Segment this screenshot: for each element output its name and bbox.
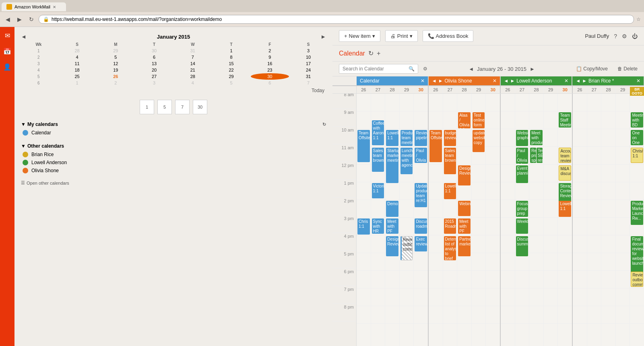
slot[interactable] [414, 288, 428, 306]
slot[interactable] [515, 111, 529, 129]
slot[interactable] [371, 306, 385, 324]
slot[interactable] [486, 306, 500, 324]
cal-day[interactable]: 9 [251, 54, 289, 60]
slot[interactable] [486, 182, 500, 200]
slot[interactable] [457, 147, 471, 165]
slot[interactable] [429, 235, 443, 253]
slot[interactable] [573, 182, 587, 200]
slot[interactable] [457, 129, 471, 147]
slot[interactable] [357, 235, 371, 253]
cal-day[interactable]: 14 [173, 60, 212, 67]
event-event-planning[interactable]: Event planning [516, 165, 528, 183]
power-icon[interactable]: ⏻ [632, 33, 638, 39]
slot[interactable] [601, 271, 615, 288]
cal-day[interactable]: 3 [289, 47, 328, 54]
slot[interactable] [414, 271, 428, 288]
cal-add-icon[interactable]: + [377, 50, 380, 57]
slot[interactable]: Review pipeline [414, 129, 428, 147]
slot[interactable] [501, 111, 515, 129]
slot[interactable] [573, 288, 587, 306]
cal-day[interactable]: 30 [135, 47, 173, 54]
slot[interactable] [429, 218, 443, 235]
slot[interactable]: Webinars [457, 200, 471, 218]
slot[interactable] [529, 165, 543, 182]
copy-move-btn[interactable]: 📋 Copy/Move [576, 66, 608, 72]
event-accounting-review[interactable]: Accounting team review [559, 148, 571, 163]
slot[interactable] [544, 288, 558, 306]
slot[interactable] [371, 235, 385, 253]
slot[interactable]: Meet with product team [529, 129, 543, 147]
event-meet-pf[interactable]: Meet with PF [386, 218, 398, 234]
slot[interactable]: Paul / Olivia 1:1 [414, 147, 428, 165]
event-review-pipeline[interactable]: Review pipeline [415, 130, 427, 146]
tab-close-icon[interactable]: ✕ [53, 5, 56, 9]
slot[interactable] [544, 165, 558, 182]
cal-day[interactable]: 20 [135, 67, 173, 73]
slot[interactable]: Review outbound communicatio... [630, 271, 644, 288]
slot[interactable]: Paul / Olivia 1:1 [515, 147, 529, 165]
slot[interactable] [429, 111, 443, 129]
slot[interactable] [429, 271, 443, 288]
slot[interactable]: Sales team brownbag [443, 147, 457, 165]
slot[interactable]: update website copy [472, 129, 486, 147]
cal-day[interactable]: 23 [251, 67, 289, 73]
slot[interactable] [529, 288, 543, 306]
slot[interactable] [486, 111, 500, 129]
slot[interactable] [515, 306, 529, 324]
tab-lowell-left-arrow[interactable]: ◄ [504, 78, 509, 84]
slot[interactable] [616, 288, 630, 306]
slot[interactable] [529, 200, 543, 218]
slot[interactable] [457, 94, 471, 111]
slot[interactable] [501, 147, 515, 165]
slot[interactable] [486, 218, 500, 235]
slot[interactable] [457, 306, 471, 324]
slot[interactable] [400, 200, 414, 218]
slot[interactable] [486, 253, 500, 271]
slot[interactable] [357, 271, 371, 288]
event-sync-hr[interactable]: Sync with HR [372, 218, 384, 234]
cal-day[interactable]: 17 [289, 60, 328, 67]
event-lowell-olivia-11-fri[interactable]: Lowell/Olivia 1:1 [559, 201, 571, 217]
slot[interactable] [587, 94, 601, 111]
event-review-outbound-brian[interactable]: Review outbound communicatio... [631, 272, 643, 287]
cal-day[interactable]: 1 [58, 80, 97, 86]
slot[interactable]: Chris 1:1 [357, 218, 371, 235]
slot[interactable] [573, 129, 587, 147]
tab-olivia[interactable]: ◄ ► Olivia Shone ✕ [429, 76, 501, 85]
slot[interactable]: Meet with PF [457, 218, 471, 235]
slot[interactable] [400, 218, 414, 235]
slot[interactable] [601, 111, 615, 129]
event-victoria-11[interactable]: Victoria 1:1 [372, 183, 384, 198]
delete-btn[interactable]: 🗑 Delete [617, 66, 638, 72]
slot[interactable] [616, 235, 630, 253]
slot[interactable] [501, 253, 515, 271]
cal-day[interactable]: 31 [173, 47, 212, 54]
search-input[interactable] [343, 66, 407, 72]
mini-cal-prev[interactable]: ◄ [21, 33, 27, 40]
slot[interactable] [616, 94, 630, 111]
slot[interactable]: Alaa / Olivia 1:1 [457, 111, 471, 129]
event-exec-review[interactable]: Exec review [415, 236, 427, 251]
slot[interactable] [472, 182, 486, 200]
slot[interactable] [515, 288, 529, 306]
slot[interactable]: Weekly [515, 218, 529, 235]
slot[interactable] [544, 253, 558, 271]
calendar-icon[interactable]: 📅 [2, 46, 13, 57]
slot[interactable]: Lowell 1:1 [385, 129, 399, 147]
slot[interactable] [414, 94, 428, 111]
tab-brian-right-arrow[interactable]: ► [582, 78, 587, 84]
slot[interactable]: Lunch meeting with agency [400, 147, 414, 165]
slot[interactable] [472, 306, 486, 324]
calendar-item-lowell[interactable]: Lowell Anderson [21, 159, 326, 167]
cal-day[interactable]: 3 [135, 80, 173, 86]
slot[interactable] [544, 129, 558, 147]
slot[interactable] [486, 165, 500, 182]
slot[interactable]: M&A discussion [558, 165, 572, 182]
slot[interactable] [544, 200, 558, 218]
slot[interactable] [616, 147, 630, 165]
slot[interactable] [357, 94, 371, 111]
calendar-item-brian[interactable]: Brian Rice [21, 150, 326, 159]
print-button[interactable]: 🖨 Print ▾ [385, 30, 418, 42]
slot[interactable] [472, 288, 486, 306]
slot[interactable]: Chris/Brian 1:1 [630, 147, 644, 165]
